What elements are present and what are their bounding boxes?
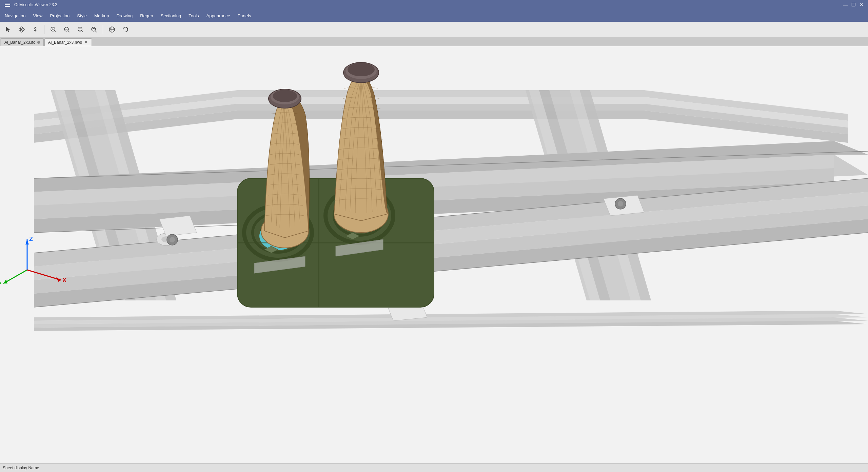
tool-orbit-3d[interactable] [16,23,28,36]
tool-select[interactable] [2,23,14,36]
app-title: OdVisualizeViewer 23.2 [14,2,57,7]
svg-line-10 [68,31,70,32]
restore-button[interactable]: ❐ [850,2,856,8]
svg-rect-12 [79,28,81,30]
svg-line-13 [82,31,83,32]
tabs-bar: Al_Bahar_2x3.ifc Al_Bahar_2x3.nwd ✕ [0,37,868,46]
svg-line-7 [55,31,56,32]
svg-point-11 [78,27,82,31]
tool-walk[interactable] [29,23,41,36]
tool-zoom-out[interactable] [61,23,73,36]
tool-zoom-in[interactable] [47,23,59,36]
tool-zoom-window[interactable] [74,23,86,36]
svg-line-15 [95,31,97,32]
toolbar-sep-2 [103,25,103,34]
menu-projection[interactable]: Projection [46,12,73,20]
menu-navigation[interactable]: Navigation [1,12,29,20]
viewport[interactable]: Z Y X [0,46,868,463]
svg-point-2 [21,29,22,30]
3d-scene: Z Y X [0,46,868,463]
toolbar [0,22,868,37]
svg-text:Y: Y [0,281,1,288]
tab-nwd[interactable]: Al_Bahar_2x3.nwd ✕ [44,38,92,46]
tool-view-orbit[interactable] [119,23,132,36]
menu-markup[interactable]: Markup [91,12,112,20]
tool-view-home[interactable] [106,23,118,36]
svg-point-3 [35,27,36,28]
svg-text:Z: Z [29,236,33,242]
menu-regen[interactable]: Regen [137,12,156,20]
menu-bar: Navigation View Projection Style Markup … [0,9,868,22]
svg-point-98 [348,63,375,76]
status-bar: Sheet display Name [0,463,868,472]
title-bar-left: OdVisualizeViewer 23.2 [3,1,57,8]
menu-drawing[interactable]: Drawing [113,12,136,20]
svg-point-73 [618,201,623,206]
hamburger-menu[interactable] [3,1,12,8]
status-text: Sheet display Name [3,466,39,470]
svg-text:X: X [62,277,66,283]
tab-ifc[interactable]: Al_Bahar_2x3.ifc [1,38,44,46]
menu-appearance[interactable]: Appearance [203,12,234,20]
svg-point-94 [273,90,297,102]
tab-nwd-label: Al_Bahar_2x3.nwd [48,40,82,45]
menu-style[interactable]: Style [74,12,90,20]
tab-ifc-indicator [37,41,40,44]
menu-tools[interactable]: Tools [185,12,202,20]
title-bar-controls: — ❐ ✕ [842,2,865,8]
minimize-button[interactable]: — [842,2,848,8]
title-bar: OdVisualizeViewer 23.2 — ❐ ✕ [0,0,868,9]
menu-panels[interactable]: Panels [234,12,255,20]
svg-point-65 [170,237,175,242]
menu-sectioning[interactable]: Sectioning [157,12,184,20]
tab-nwd-close[interactable]: ✕ [83,40,88,45]
tab-ifc-label: Al_Bahar_2x3.ifc [4,40,35,45]
svg-marker-59 [159,216,197,236]
toolbar-sep-1 [44,25,44,34]
tool-zoom-extents[interactable] [88,23,100,36]
close-button[interactable]: ✕ [859,2,865,8]
menu-view[interactable]: View [29,12,46,20]
